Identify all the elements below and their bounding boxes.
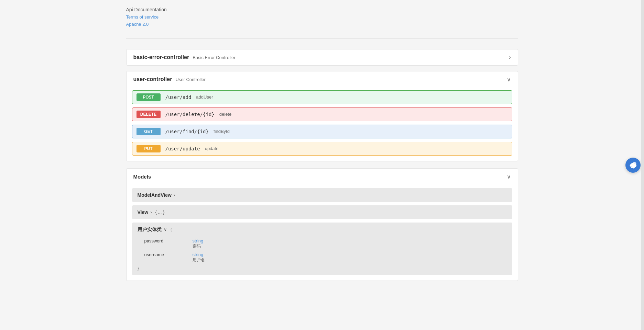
models-header[interactable]: Models ∨ [127, 169, 518, 185]
model-user-entity-expanded: password string 密码 username string 用户 [138, 233, 507, 271]
field-type-block-username: string 用户名 [193, 252, 205, 263]
endpoint-path-put: /user/update [165, 146, 200, 151]
model-user-entity[interactable]: 用户实体类 ∨ { password string 密码 [132, 223, 512, 275]
basic-error-controller-section: basic-error-controller Basic Error Contr… [126, 49, 518, 66]
model-view-name: View [138, 209, 149, 215]
model-view[interactable]: View › { ... } [132, 205, 512, 219]
user-controller-chevron[interactable]: ∨ [507, 76, 511, 83]
user-controller-header[interactable]: user-controller User Controller ∨ [127, 71, 518, 88]
api-doc-title: Api Documentation [126, 7, 518, 12]
model-user-entity-header: 用户实体类 ∨ { [138, 227, 507, 233]
model-user-entity-brace-open: { [171, 227, 172, 232]
models-content: ModelAndView › View › { ... } 用户实体类 ∨ { [127, 185, 518, 281]
model-modelandview[interactable]: ModelAndView › [132, 188, 512, 202]
endpoint-put[interactable]: PUT /user/update update [132, 142, 512, 156]
basic-error-controller-chevron[interactable]: › [509, 54, 511, 60]
endpoint-delete[interactable]: DELETE /user/delete/{id} delete [132, 107, 512, 121]
endpoint-path-delete: /user/delete/{id} [165, 112, 215, 117]
model-modelandview-chevron[interactable]: › [174, 192, 175, 197]
field-desc-password: 密码 [193, 243, 204, 249]
field-type-username: string [193, 252, 205, 257]
svg-point-0 [635, 163, 635, 164]
model-user-entity-name: 用户实体类 [138, 227, 162, 233]
field-type-password: string [193, 238, 204, 243]
endpoint-get[interactable]: GET /user/find/{id} findById [132, 125, 512, 138]
field-type-block-password: string 密码 [193, 238, 204, 249]
api-meta: Api Documentation Terms of service Apach… [126, 7, 518, 28]
controllers-list: basic-error-controller Basic Error Contr… [126, 49, 518, 161]
basic-error-controller-desc: Basic Error Controller [193, 55, 235, 60]
license-link[interactable]: Apache 2.0 [126, 21, 518, 28]
field-row-username: username string 用户名 [144, 252, 507, 263]
method-badge-delete: DELETE [137, 111, 161, 118]
endpoint-path-get: /user/find/{id} [165, 129, 209, 134]
bird-icon [629, 161, 637, 170]
models-chevron[interactable]: ∨ [507, 173, 511, 180]
user-controller-section: user-controller User Controller ∨ POST /… [126, 71, 518, 161]
model-modelandview-header: ModelAndView › [138, 192, 507, 198]
endpoint-post-add[interactable]: POST /user/add addUser [132, 90, 512, 104]
section-divider [126, 38, 518, 39]
user-controller-endpoints: POST /user/add addUser DELETE /user/dele… [127, 88, 518, 161]
endpoint-path-add: /user/add [165, 94, 192, 100]
model-view-header: View › { ... } [138, 209, 507, 215]
user-controller-name: user-controller [133, 76, 172, 82]
floating-bird-button[interactable] [625, 158, 641, 173]
method-badge-put: PUT [137, 145, 161, 152]
model-modelandview-name: ModelAndView [138, 192, 172, 198]
terms-link[interactable]: Terms of service [126, 14, 518, 21]
model-user-entity-brace-close: } [138, 266, 507, 271]
user-controller-desc: User Controller [175, 77, 205, 82]
field-desc-username: 用户名 [193, 257, 205, 263]
right-scrollbar[interactable] [641, 0, 644, 288]
field-name-username: username [144, 252, 186, 257]
endpoint-op-put: update [205, 146, 219, 151]
page-wrapper: Api Documentation Terms of service Apach… [116, 0, 528, 288]
models-title: Models [133, 174, 151, 180]
model-view-chevron[interactable]: › [150, 209, 152, 215]
endpoint-op-add: addUser [196, 94, 213, 100]
endpoint-op-get: findById [214, 129, 230, 134]
field-name-password: password [144, 238, 186, 243]
basic-error-controller-name: basic-error-controller [133, 54, 189, 60]
method-badge-get: GET [137, 128, 161, 135]
basic-error-controller-header-left: basic-error-controller Basic Error Contr… [133, 54, 236, 60]
endpoint-op-delete: delete [219, 112, 231, 117]
field-row-password: password string 密码 [144, 238, 507, 249]
models-section: Models ∨ ModelAndView › View › { ... } [126, 168, 518, 281]
basic-error-controller-header[interactable]: basic-error-controller Basic Error Contr… [127, 49, 518, 65]
user-controller-header-left: user-controller User Controller [133, 76, 206, 82]
method-badge-post: POST [137, 93, 161, 101]
model-view-inline: { ... } [155, 209, 165, 215]
model-user-entity-chevron[interactable]: ∨ [164, 227, 167, 232]
model-user-entity-fields: password string 密码 username string 用户 [138, 238, 507, 263]
